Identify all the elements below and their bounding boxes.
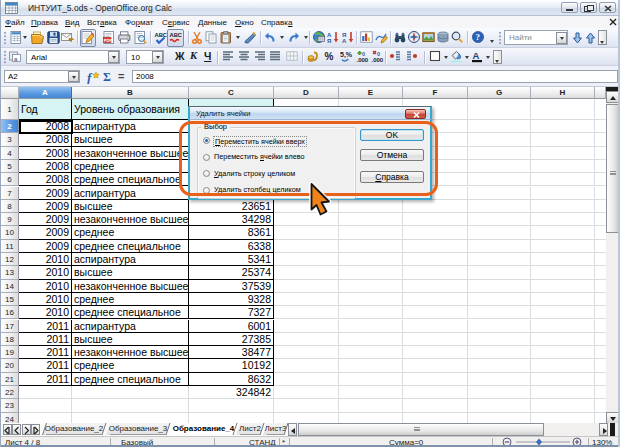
svg-text:А: А (342, 38, 347, 44)
svg-text:PDF: PDF (104, 38, 113, 43)
svg-text:%: % (325, 51, 334, 62)
svg-text:ABC: ABC (170, 32, 183, 38)
svg-text:f: f (87, 70, 93, 84)
svg-text:Я: Я (342, 32, 346, 38)
svg-text:?: ? (475, 32, 480, 42)
svg-text:.000: .000 (357, 57, 369, 63)
svg-text:.000: .000 (372, 57, 384, 63)
svg-text:ABC: ABC (155, 32, 168, 38)
svg-text:Я: Я (327, 38, 331, 44)
svg-text:А: А (473, 50, 480, 61)
svg-text:5,%: 5,% (340, 51, 353, 59)
svg-text:А: А (327, 32, 332, 38)
